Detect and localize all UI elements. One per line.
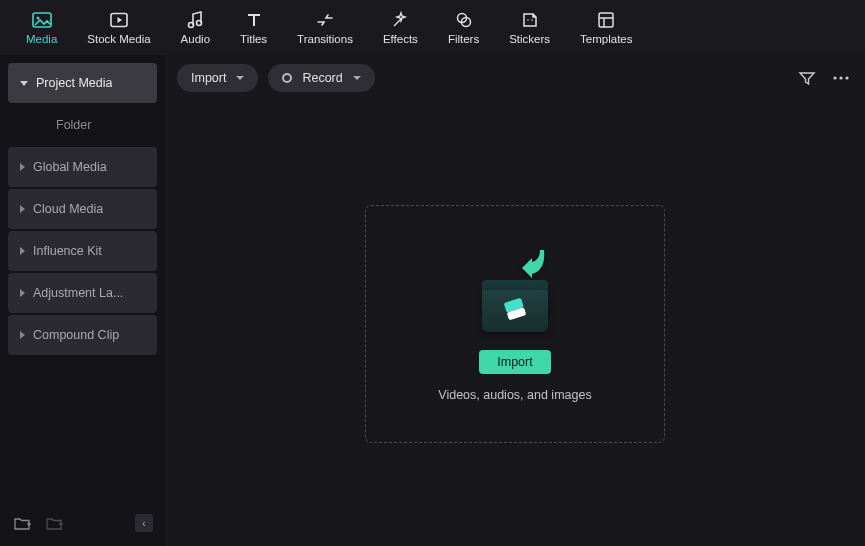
- record-dropdown-label: Record: [302, 71, 342, 85]
- effects-icon: [389, 10, 411, 30]
- svg-point-16: [839, 76, 842, 79]
- tab-label: Audio: [181, 33, 210, 45]
- more-icon[interactable]: [829, 66, 853, 90]
- svg-point-3: [189, 23, 194, 28]
- tab-filters[interactable]: Filters: [442, 6, 485, 49]
- sidebar-subitem-folder[interactable]: Folder: [8, 105, 157, 145]
- sidebar-sub-label: Folder: [56, 118, 91, 132]
- sidebar-item-project-media[interactable]: Project Media: [8, 63, 157, 103]
- sidebar-item-label: Global Media: [33, 160, 107, 174]
- tab-media[interactable]: Media: [20, 6, 63, 49]
- svg-point-7: [527, 19, 529, 21]
- tab-label: Stickers: [509, 33, 550, 45]
- sidebar-item-cloud-media[interactable]: Cloud Media: [8, 189, 157, 229]
- chevron-right-icon: [20, 163, 25, 171]
- collapse-sidebar-button[interactable]: ‹: [135, 514, 153, 532]
- chevron-down-icon: [20, 81, 28, 86]
- sidebar-item-compound-clip[interactable]: Compound Clip: [8, 315, 157, 355]
- import-drop-zone[interactable]: Import Videos, audios, and images: [365, 205, 665, 443]
- audio-icon: [184, 10, 206, 30]
- tab-stickers[interactable]: Stickers: [503, 6, 556, 49]
- tab-templates[interactable]: Templates: [574, 6, 638, 49]
- svg-rect-9: [599, 13, 613, 27]
- drop-hint-text: Videos, audios, and images: [438, 388, 591, 402]
- transitions-icon: [314, 10, 336, 30]
- svg-point-4: [197, 21, 202, 26]
- tab-stock-media[interactable]: Stock Media: [81, 6, 156, 49]
- chevron-right-icon: [20, 247, 25, 255]
- media-icon: [31, 10, 53, 30]
- sidebar-item-label: Adjustment La...: [33, 286, 123, 300]
- chevron-right-icon: [20, 205, 25, 213]
- sidebar-item-influence-kit[interactable]: Influence Kit: [8, 231, 157, 271]
- import-graphic: [470, 246, 560, 336]
- tab-label: Stock Media: [87, 33, 150, 45]
- svg-point-17: [845, 76, 848, 79]
- svg-point-8: [531, 19, 533, 21]
- tab-label: Filters: [448, 33, 479, 45]
- record-dropdown[interactable]: Record: [268, 64, 374, 92]
- sidebar-item-label: Influence Kit: [33, 244, 102, 258]
- stock-media-icon: [108, 10, 130, 30]
- chevron-down-icon: [236, 76, 244, 80]
- sidebar-item-label: Project Media: [36, 76, 112, 90]
- import-button[interactable]: Import: [479, 350, 550, 374]
- sidebar-item-label: Compound Clip: [33, 328, 119, 342]
- sidebar-item-label: Cloud Media: [33, 202, 103, 216]
- svg-point-15: [833, 76, 836, 79]
- tab-label: Media: [26, 33, 57, 45]
- download-arrow-icon: [518, 248, 546, 278]
- sidebar-item-global-media[interactable]: Global Media: [8, 147, 157, 187]
- svg-point-1: [36, 17, 39, 20]
- import-dropdown-label: Import: [191, 71, 226, 85]
- titles-icon: [243, 10, 265, 30]
- content-panel: Import Record Import Videos: [165, 55, 865, 546]
- templates-icon: [595, 10, 617, 30]
- top-tabs: Media Stock Media Audio Titles Transitio…: [0, 0, 865, 55]
- tab-label: Effects: [383, 33, 418, 45]
- chevron-right-icon: [20, 331, 25, 339]
- tab-titles[interactable]: Titles: [234, 6, 273, 49]
- tab-label: Titles: [240, 33, 267, 45]
- tab-audio[interactable]: Audio: [175, 6, 216, 49]
- filter-icon[interactable]: [795, 66, 819, 90]
- chevron-down-icon: [353, 76, 361, 80]
- chevron-right-icon: [20, 289, 25, 297]
- sidebar: Project Media Folder Global Media Cloud …: [0, 55, 165, 546]
- record-icon: [282, 73, 292, 83]
- tab-label: Transitions: [297, 33, 353, 45]
- import-dropdown[interactable]: Import: [177, 64, 258, 92]
- tab-label: Templates: [580, 33, 632, 45]
- delete-folder-icon[interactable]: [44, 513, 64, 533]
- sidebar-item-adjustment-layer[interactable]: Adjustment La...: [8, 273, 157, 313]
- filters-icon: [453, 10, 475, 30]
- tab-effects[interactable]: Effects: [377, 6, 424, 49]
- new-folder-icon[interactable]: [12, 513, 32, 533]
- tab-transitions[interactable]: Transitions: [291, 6, 359, 49]
- stickers-icon: [519, 10, 541, 30]
